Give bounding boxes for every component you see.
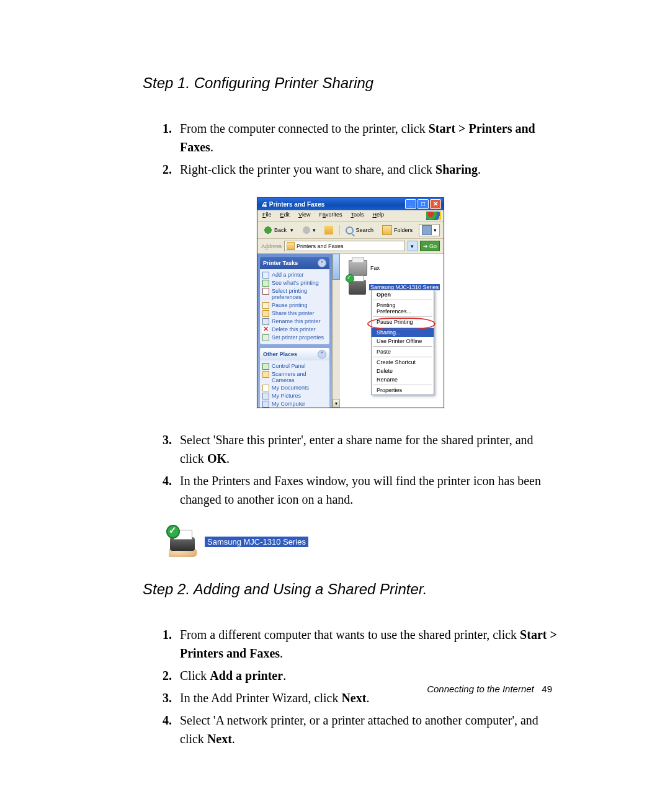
ctx-offline[interactable]: Use Printer Offline xyxy=(372,337,434,346)
ctx-preferences[interactable]: Printing Preferences... xyxy=(372,301,434,316)
fax-item[interactable]: Fax xyxy=(349,260,380,276)
scrollbar[interactable]: ▴ ▾ xyxy=(333,254,340,408)
share-icon xyxy=(262,310,269,317)
step2-item-1: From a different computer that wants to … xyxy=(175,625,558,663)
rename-icon xyxy=(262,318,269,325)
ctx-rename[interactable]: Rename xyxy=(372,375,434,384)
scroll-down-icon[interactable]: ▾ xyxy=(333,399,340,408)
collapse-icon: ˄ xyxy=(318,259,326,267)
menu-view[interactable]: View xyxy=(296,212,313,220)
task-pause[interactable]: Pause printing xyxy=(262,301,327,310)
window-body: Printer Tasks˄ Add a printer See what's … xyxy=(257,254,444,408)
add-printer-icon xyxy=(262,272,269,279)
printer-icon xyxy=(349,280,366,295)
other-places-header[interactable]: Other Places˄ xyxy=(260,348,329,360)
shared-printer-figure: Samsung MJC-1310 Series xyxy=(165,527,558,556)
menu-edit[interactable]: Edit xyxy=(278,212,293,220)
ctx-open[interactable]: Open xyxy=(372,290,434,299)
search-button[interactable]: Search xyxy=(343,225,376,236)
side-panel: Printer Tasks˄ Add a printer See what's … xyxy=(257,254,332,408)
menu-file[interactable]: File xyxy=(260,212,274,220)
place-control-panel[interactable]: Control Panel xyxy=(262,362,327,370)
address-field[interactable]: Printers and Faxes xyxy=(284,241,405,251)
toolbar: Back ▾ ▾ Search Folders ▾ xyxy=(257,222,444,239)
menu-favorites[interactable]: Favorites xyxy=(316,212,344,220)
windows-flag-icon xyxy=(426,212,441,220)
computer-icon xyxy=(262,401,269,408)
documents-icon xyxy=(262,385,269,391)
task-add-printer[interactable]: Add a printer xyxy=(262,271,327,279)
back-icon xyxy=(264,226,272,234)
folders-icon xyxy=(382,225,392,235)
scroll-thumb[interactable] xyxy=(333,254,340,280)
ctx-shortcut[interactable]: Create Shortcut xyxy=(372,358,434,367)
check-icon xyxy=(166,525,180,538)
back-button[interactable]: Back ▾ xyxy=(261,225,296,236)
addressbar: Address Printers and Faxes ▾ ➔ Go xyxy=(257,239,444,254)
place-computer[interactable]: My Computer xyxy=(262,400,327,408)
xp-window: 🖨 Printers and Faxes _ □ ✕ File Edit Vie… xyxy=(257,197,444,408)
maximize-button[interactable]: □ xyxy=(418,199,429,209)
place-pictures[interactable]: My Pictures xyxy=(262,392,327,400)
page: Step 1. Configuring Printer Sharing From… xyxy=(0,0,670,812)
printer-tasks-panel: Printer Tasks˄ Add a printer See what's … xyxy=(260,257,329,344)
titlebar: 🖨 Printers and Faxes _ □ ✕ xyxy=(257,198,444,210)
up-button[interactable] xyxy=(322,225,336,236)
up-icon xyxy=(324,226,333,234)
task-share[interactable]: Share this printer xyxy=(262,310,327,318)
views-icon xyxy=(422,225,432,235)
forward-icon xyxy=(302,226,311,234)
printer-icon: 🖨 xyxy=(261,201,267,208)
shared-printer-label: Samsung MJC-1310 Series xyxy=(205,537,308,547)
footer-text: Connecting to the Internet xyxy=(427,684,534,694)
pause-icon xyxy=(262,302,269,309)
select-prefs-icon xyxy=(262,288,269,295)
step1-list-cont: Select 'Share this printer', enter a sha… xyxy=(143,431,558,509)
folders-button[interactable]: Folders xyxy=(380,224,415,236)
step1-item-2: Right-click the printer you want to shar… xyxy=(175,160,558,179)
task-see-printing[interactable]: See what's printing xyxy=(262,279,327,287)
ctx-pause[interactable]: Pause Printing xyxy=(372,318,434,326)
ctx-paste[interactable]: Paste xyxy=(372,347,434,356)
go-button[interactable]: ➔ Go xyxy=(420,241,440,251)
task-delete[interactable]: ✕Delete this printer xyxy=(262,326,327,334)
step2-heading: Step 2. Adding and Using a Shared Printe… xyxy=(143,581,558,598)
menu-tools[interactable]: Tools xyxy=(348,212,366,220)
page-number: 49 xyxy=(542,684,552,694)
address-icon xyxy=(287,242,295,250)
place-documents[interactable]: My Documents xyxy=(262,384,327,392)
task-properties[interactable]: Set printer properties xyxy=(262,334,327,342)
address-label: Address xyxy=(261,243,282,249)
footer: Connecting to the Internet 49 xyxy=(427,684,552,694)
shared-printer-icon xyxy=(165,527,200,556)
step1-item-1: From the computer connected to the print… xyxy=(175,119,558,156)
menu-help[interactable]: Help xyxy=(370,212,386,220)
printer-tasks-header[interactable]: Printer Tasks˄ xyxy=(260,257,329,269)
screenshot-wrap: 🖨 Printers and Faxes _ □ ✕ File Edit Vie… xyxy=(143,197,558,408)
task-select-prefs[interactable]: Select printing preferences xyxy=(262,287,327,301)
content-area: ▴ ▾ Fax Samsung MJC-1310 Series Open xyxy=(332,254,444,408)
ctx-sharing[interactable]: Sharing... xyxy=(372,328,434,337)
scanners-icon xyxy=(262,371,269,378)
close-button[interactable]: ✕ xyxy=(430,199,441,209)
step2-item-2: Click Add a printer. xyxy=(175,666,558,685)
address-dropdown[interactable]: ▾ xyxy=(408,241,418,251)
views-button[interactable]: ▾ xyxy=(419,224,440,236)
menubar: File Edit View Favorites Tools Help xyxy=(257,210,444,222)
ctx-properties[interactable]: Properties xyxy=(372,386,434,395)
see-printing-icon xyxy=(262,280,269,287)
step2-item-4: Select 'A network printer, or a printer … xyxy=(175,711,558,748)
step1-item-4: In the Printers and Faxes window, you wi… xyxy=(175,471,558,509)
step1-heading: Step 1. Configuring Printer Sharing xyxy=(143,74,558,92)
task-rename[interactable]: Rename this printer xyxy=(262,318,327,326)
place-scanners[interactable]: Scanners and Cameras xyxy=(262,370,327,385)
context-menu: Open Printing Preferences... Pause Print… xyxy=(371,290,434,395)
search-icon xyxy=(346,226,354,234)
minimize-button[interactable]: _ xyxy=(405,199,416,209)
window-title: Printers and Faxes xyxy=(269,201,324,208)
ctx-delete[interactable]: Delete xyxy=(372,367,434,375)
fax-label: Fax xyxy=(370,265,380,271)
collapse-icon: ˄ xyxy=(318,350,326,359)
forward-button[interactable]: ▾ xyxy=(300,225,318,236)
properties-icon xyxy=(262,334,269,341)
